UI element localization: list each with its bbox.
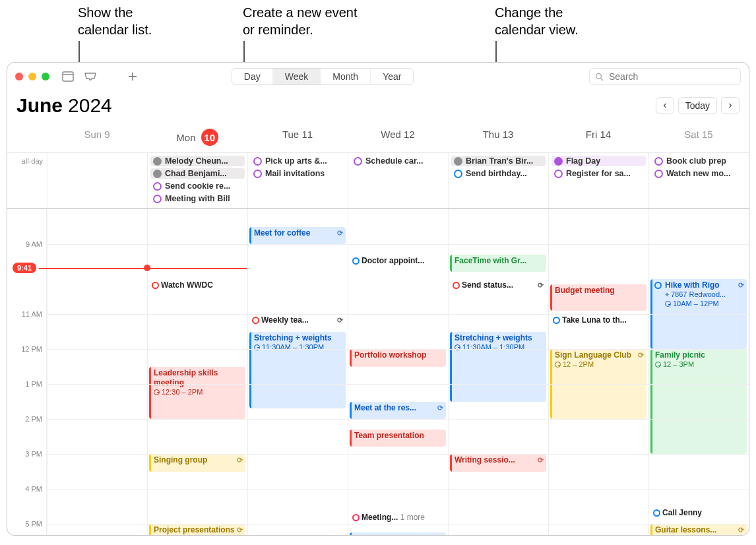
reminder-ring-icon [354,157,362,166]
day-header-wed[interactable]: Wed 12 [348,123,448,152]
zoom-icon[interactable] [42,73,49,80]
today-badge: 10 [201,129,218,146]
repeat-icon: ⟳ [337,316,343,325]
day-column-wed[interactable]: Doctor appoint...Portfolio workshopMeet … [348,209,448,536]
allday-cell-mon: Melody Cheun...Chad Benjami...Send cooki… [147,153,247,208]
event[interactable]: Yoga class⌖Golden Gate Park5:15 – 6:45PM [350,532,446,536]
event[interactable]: Stretching + weights11:30AM – 1:30PM [249,332,346,409]
repeat-icon: ⟳ [337,229,343,238]
event-dot-icon [153,157,162,166]
chevron-left-icon [663,102,667,109]
next-button[interactable] [721,97,740,114]
view-year[interactable]: Year [371,69,413,84]
allday-cell-fri: Flag DayRegister for sa... [548,153,648,208]
allday-event[interactable]: Send cookie re... [150,181,245,191]
allday-event[interactable]: Chad Benjami... [150,168,245,179]
event[interactable]: Weekly tea...⟳ [249,314,346,332]
event[interactable]: Watch WWDC [149,279,245,297]
callout-calendar-list: Show the calendar list. [78,4,152,38]
hour-label: 2 PM [25,415,42,423]
hour-label: 4 PM [25,485,42,493]
repeat-icon: ⟳ [538,456,544,465]
event[interactable]: Writing sessio...⟳ [450,454,546,472]
event[interactable]: Call Jenny [650,507,747,525]
view-week[interactable]: Week [273,69,321,84]
add-button[interactable] [125,69,141,84]
event[interactable]: Stretching + weights11:30AM – 1:30PM [450,332,546,402]
event[interactable]: Team presentation [350,430,446,447]
day-column-sun[interactable] [47,209,147,536]
event[interactable]: Send status...⟳ [450,279,546,297]
clock-icon [555,362,561,368]
view-day[interactable]: Day [232,69,273,84]
day-column-tue[interactable]: Meet for coffee⟳Weekly tea...⟳Stretching… [247,209,348,536]
allday-event[interactable]: Melody Cheun... [150,156,245,166]
allday-event[interactable]: Schedule car... [351,156,445,166]
event[interactable]: Take Luna to th... [550,314,646,332]
prev-button[interactable] [656,97,674,114]
day-column-sat[interactable]: Hike with Rigo⌖7867 Redwood...10AM – 12P… [648,209,749,536]
allday-event[interactable]: Register for sa... [551,168,646,179]
today-button[interactable]: Today [678,97,717,114]
event[interactable]: Portfolio workshop [350,349,446,367]
event[interactable]: Singing group⟳ [149,454,245,472]
allday-event[interactable]: Send birthday... [451,168,546,179]
event-dot-icon [153,170,162,178]
reminder-ring-icon [352,514,360,521]
event[interactable]: Leadership skills meeting12:30 – 2PM [149,367,245,420]
event[interactable]: Sign Language Club12 – 2PM⟳ [550,349,646,419]
reminder-ring-icon [654,170,663,178]
day-column-thu[interactable]: FaceTime with Gr...Send status...⟳Stretc… [448,209,548,536]
search-input[interactable] [608,71,735,82]
event[interactable]: Project presentations5 – 7PM⟳ [149,524,245,536]
repeat-icon: ⟳ [738,526,744,535]
event[interactable]: Guitar lessons...⟳ [650,524,747,536]
inbox-button[interactable] [82,69,98,84]
minimize-icon[interactable] [28,73,36,80]
hour-label: 1 PM [25,380,42,388]
allday-cell-thu: Brian Tran's Bir...Send birthday... [448,153,548,208]
calendar-list-button[interactable] [60,69,76,84]
event[interactable]: Meeting... 1 more [350,511,446,525]
event[interactable]: Family picnic12 – 3PM [650,349,747,454]
event[interactable]: Hike with Rigo⌖7867 Redwood...10AM – 12P… [650,279,747,349]
clock-icon [455,344,460,350]
reminder-ring-icon [654,157,663,166]
more-events-label[interactable]: 1 more [398,513,425,522]
reminder-ring-icon [253,170,262,178]
allday-event[interactable]: Pick up arts &... [251,156,345,166]
svg-line-5 [601,79,603,80]
hour-label: 3 PM [25,450,42,458]
clock-icon [154,389,160,395]
date-nav: Today [656,97,740,114]
view-month[interactable]: Month [321,69,371,84]
allday-event[interactable]: Watch new mo... [652,168,746,179]
allday-event[interactable]: Mail invitations [251,168,345,179]
close-icon[interactable] [15,73,23,80]
day-header-sun[interactable]: Sun 9 [47,123,147,152]
day-header-sat[interactable]: Sat 15 [648,123,749,152]
repeat-icon: ⟳ [237,526,243,535]
allday-event[interactable]: Brian Tran's Bir... [451,156,546,166]
day-column-fri[interactable]: Budget meetingTake Luna to th...Sign Lan… [548,209,648,536]
allday-cell-sat: Book club prepWatch new mo... [648,153,749,208]
reminder-ring-icon [252,317,259,324]
day-column-mon[interactable]: Watch WWDCLeadership skills meeting12:30… [147,209,247,536]
allday-cell-tue: Pick up arts &...Mail invitations [247,153,348,208]
allday-event[interactable]: Flag Day [551,156,646,166]
event[interactable]: FaceTime with Gr... [450,255,546,272]
reminder-ring-icon [153,195,162,203]
allday-event[interactable]: Book club prep [652,156,746,166]
day-header-mon[interactable]: Mon 10 [147,123,247,152]
day-header-fri[interactable]: Fri 14 [548,123,648,152]
day-header-thu[interactable]: Thu 13 [448,123,548,152]
day-header-tue[interactable]: Tue 11 [247,123,348,152]
event[interactable]: Meet at the res...⟳ [350,402,446,420]
search-field[interactable] [589,68,741,85]
svg-rect-0 [63,72,73,81]
event[interactable]: Meet for coffee⟳ [249,227,346,245]
title-month: June [16,94,63,117]
event[interactable]: Doctor appoint... [350,255,446,272]
allday-event[interactable]: Meeting with Bill [150,193,245,204]
event[interactable]: Budget meeting [550,284,646,311]
